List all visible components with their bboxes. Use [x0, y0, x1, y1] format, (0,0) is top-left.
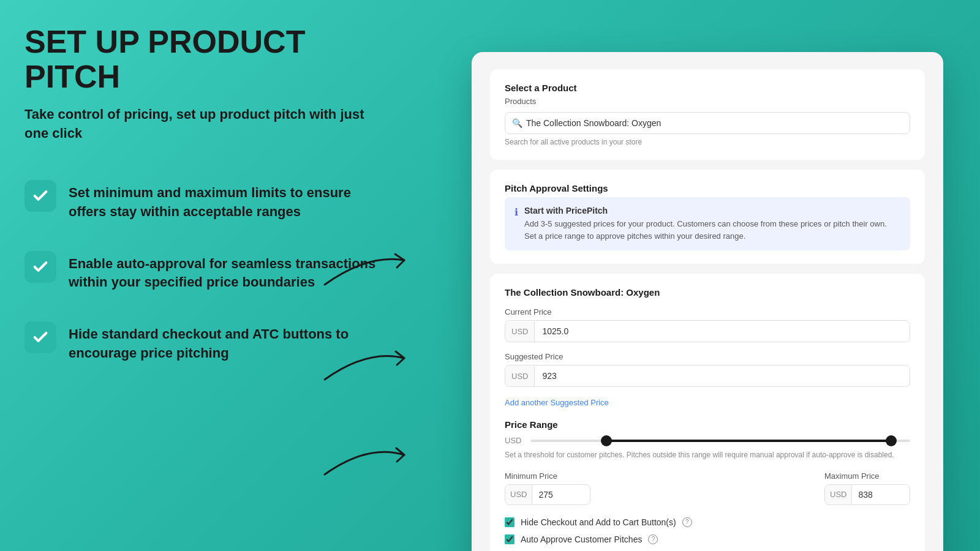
page-subtitle: Take control of pricing, set up product …	[24, 105, 380, 143]
max-price-input-wrap: USD	[824, 484, 910, 505]
max-price-field: Maximum Price USD	[824, 471, 910, 505]
auto-approve-label: Auto Approve Customer Pitches	[521, 534, 642, 544]
suggested-price-prefix: USD	[505, 366, 535, 386]
suggested-price-field: USD	[505, 365, 910, 387]
slider-thumb-left[interactable]	[601, 435, 612, 446]
page-title: SET UP PRODUCT PITCH	[24, 24, 380, 94]
auto-approve-checkbox[interactable]	[505, 534, 514, 544]
pitch-approval-section: Pitch Approval Settings ℹ Start with Pri…	[490, 170, 925, 264]
pitch-approval-title: Pitch Approval Settings	[505, 183, 910, 193]
price-range-slider[interactable]	[530, 440, 910, 442]
add-suggested-price-link[interactable]: Add another Suggested Price	[505, 398, 609, 407]
info-icon: ℹ	[514, 206, 518, 218]
product-search-input[interactable]	[505, 112, 910, 134]
hide-checkout-help-icon[interactable]: ?	[682, 517, 692, 527]
feature-text-1: Set minimum and maximum limits to ensure…	[69, 180, 380, 222]
suggested-price-label: Suggested Price	[505, 352, 910, 361]
current-price-label: Current Price	[505, 307, 910, 317]
max-price-input[interactable]	[852, 485, 910, 504]
check-icon-3	[24, 321, 56, 353]
current-price-input[interactable]	[535, 321, 910, 342]
products-label: Products	[505, 97, 910, 106]
arrow-1	[318, 242, 410, 291]
search-icon: 🔍	[512, 118, 522, 128]
min-price-label: Minimum Price	[505, 471, 590, 481]
price-range-label: Price Range	[505, 419, 910, 430]
min-price-prefix: USD	[505, 485, 532, 504]
min-max-row: Minimum Price USD Maximum Price USD	[505, 471, 910, 505]
slider-thumb-right[interactable]	[886, 435, 897, 446]
select-product-section: Select a Product Products 🔍 Search for a…	[490, 69, 925, 160]
arrow-3	[318, 432, 410, 481]
max-price-prefix: USD	[825, 485, 852, 504]
product-settings-section: The Collection Snowboard: Oxygen Current…	[490, 274, 925, 551]
modal-card: Select a Product Products 🔍 Search for a…	[472, 52, 943, 551]
info-banner-title: Start with PricePitch	[524, 206, 900, 216]
select-product-title: Select a Product	[505, 83, 910, 93]
hide-checkout-checkbox[interactable]	[505, 517, 514, 527]
check-icon-1	[24, 180, 56, 212]
left-panel: SET UP PRODUCT PITCH Take control of pri…	[24, 24, 380, 363]
search-wrapper: 🔍	[505, 112, 910, 134]
check-icon-2	[24, 251, 56, 283]
info-banner: ℹ Start with PricePitch Add 3-5 suggeste…	[505, 197, 910, 250]
slider-fill	[606, 440, 891, 442]
auto-approve-row: Auto Approve Customer Pitches ?	[505, 534, 910, 544]
hide-checkout-label: Hide Checkout and Add to Cart Button(s)	[521, 517, 676, 527]
min-price-input[interactable]	[532, 485, 590, 504]
current-price-prefix: USD	[505, 321, 535, 342]
slider-usd-label: USD	[505, 436, 524, 445]
feature-item-1: Set minimum and maximum limits to ensure…	[24, 180, 380, 222]
hide-checkout-row: Hide Checkout and Add to Cart Button(s) …	[505, 517, 910, 527]
current-price-field: USD	[505, 320, 910, 342]
product-name: The Collection Snowboard: Oxygen	[505, 287, 910, 298]
suggested-price-input[interactable]	[535, 365, 910, 386]
max-price-label: Maximum Price	[824, 471, 910, 481]
search-hint: Search for all active products in your s…	[505, 138, 910, 146]
min-price-field: Minimum Price USD	[505, 471, 590, 505]
feature-list: Set minimum and maximum limits to ensure…	[24, 180, 380, 363]
info-banner-text: Add 3-5 suggested prices for your produc…	[524, 218, 900, 242]
arrow-2	[318, 337, 410, 386]
auto-approve-help-icon[interactable]: ?	[648, 534, 658, 544]
info-banner-content: Start with PricePitch Add 3-5 suggested …	[524, 206, 900, 242]
min-price-input-wrap: USD	[505, 484, 590, 505]
price-range-slider-row: USD	[505, 436, 910, 445]
price-range-hint: Set a threshold for customer pitches. Pi…	[505, 450, 910, 460]
